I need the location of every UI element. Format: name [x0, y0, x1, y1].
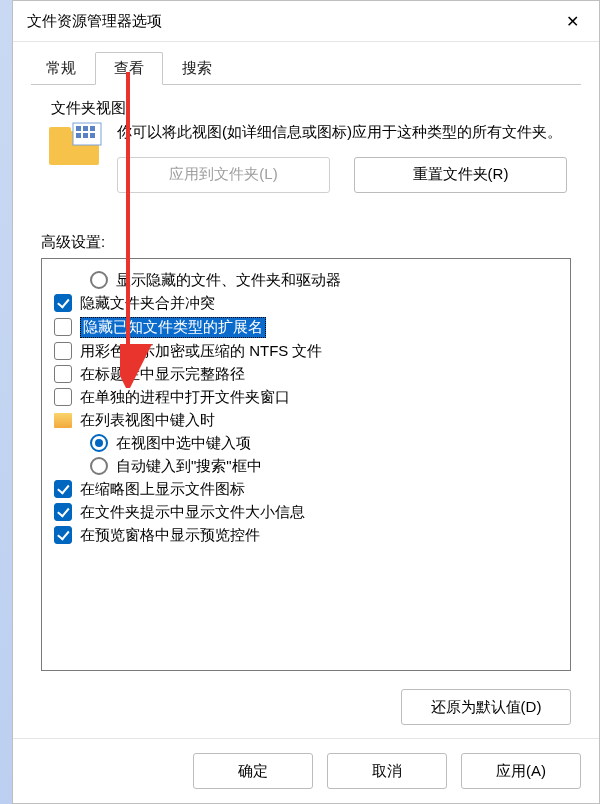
checkbox-icon[interactable]	[54, 342, 72, 360]
setting-label: 用彩色显示加密或压缩的 NTFS 文件	[80, 342, 323, 361]
apply-to-folders-button: 应用到文件夹(L)	[117, 157, 330, 193]
setting-label: 在缩略图上显示文件图标	[80, 480, 245, 499]
setting-item[interactable]: 在标题栏中显示完整路径	[50, 363, 562, 386]
folder-view-icon	[45, 121, 105, 169]
setting-item[interactable]: 在列表视图中键入时	[50, 409, 562, 432]
reset-folders-button[interactable]: 重置文件夹(R)	[354, 157, 567, 193]
setting-item[interactable]: 用彩色显示加密或压缩的 NTFS 文件	[50, 340, 562, 363]
tab-general[interactable]: 常规	[27, 52, 95, 85]
checkbox-icon[interactable]	[54, 503, 72, 521]
setting-label: 隐藏已知文件类型的扩展名	[80, 317, 266, 338]
checkbox-icon[interactable]	[54, 388, 72, 406]
setting-label: 在单独的进程中打开文件夹窗口	[80, 388, 290, 407]
close-icon[interactable]: ✕	[557, 9, 587, 33]
folder-view-group: 文件夹视图 你可以将此视图(如详细信息或图标)应用于这种类型的所有文件夹。 应用…	[41, 109, 571, 197]
setting-label: 在文件夹提示中显示文件大小信息	[80, 503, 305, 522]
advanced-settings-label: 高级设置:	[41, 233, 571, 252]
setting-label: 在列表视图中键入时	[80, 411, 215, 430]
options-dialog: 文件资源管理器选项 ✕ 常规 查看 搜索 文件夹视图 你可以将此视图(如详细信息…	[12, 0, 600, 804]
dialog-footer: 确定 取消 应用(A)	[13, 738, 599, 803]
tab-view[interactable]: 查看	[95, 52, 163, 85]
radio-icon[interactable]	[90, 457, 108, 475]
setting-label: 显示隐藏的文件、文件夹和驱动器	[116, 271, 341, 290]
svg-rect-1	[49, 127, 71, 135]
svg-rect-3	[76, 126, 81, 131]
radio-icon[interactable]	[90, 434, 108, 452]
setting-item[interactable]: 在单独的进程中打开文件夹窗口	[50, 386, 562, 409]
checkbox-icon[interactable]	[54, 526, 72, 544]
svg-rect-4	[83, 126, 88, 131]
setting-item[interactable]: 在文件夹提示中显示文件大小信息	[50, 501, 562, 524]
checkbox-icon[interactable]	[54, 294, 72, 312]
cancel-button[interactable]: 取消	[327, 753, 447, 789]
ok-button[interactable]: 确定	[193, 753, 313, 789]
setting-item[interactable]: 在缩略图上显示文件图标	[50, 478, 562, 501]
setting-item[interactable]: 隐藏文件夹合并冲突	[50, 292, 562, 315]
dialog-title: 文件资源管理器选项	[27, 12, 162, 31]
tab-body-view: 文件夹视图 你可以将此视图(如详细信息或图标)应用于这种类型的所有文件夹。 应用…	[31, 84, 581, 725]
setting-item[interactable]: 自动键入到"搜索"框中	[86, 455, 562, 478]
checkbox-icon[interactable]	[54, 365, 72, 383]
advanced-settings-list[interactable]: 显示隐藏的文件、文件夹和驱动器隐藏文件夹合并冲突隐藏已知文件类型的扩展名用彩色显…	[41, 258, 571, 671]
apply-button[interactable]: 应用(A)	[461, 753, 581, 789]
setting-item[interactable]: 隐藏已知文件类型的扩展名	[50, 315, 562, 340]
checkbox-icon[interactable]	[54, 480, 72, 498]
setting-label: 隐藏文件夹合并冲突	[80, 294, 215, 313]
setting-item[interactable]: 在预览窗格中显示预览控件	[50, 524, 562, 547]
setting-item[interactable]: 在视图中选中键入项	[86, 432, 562, 455]
setting-label: 在视图中选中键入项	[116, 434, 251, 453]
tab-search[interactable]: 搜索	[163, 52, 231, 85]
setting-label: 自动键入到"搜索"框中	[116, 457, 262, 476]
radio-icon[interactable]	[90, 271, 108, 289]
checkbox-icon[interactable]	[54, 318, 72, 336]
folder-icon	[54, 413, 72, 428]
setting-label: 在标题栏中显示完整路径	[80, 365, 245, 384]
folder-view-label: 文件夹视图	[47, 99, 130, 118]
restore-defaults-button[interactable]: 还原为默认值(D)	[401, 689, 571, 725]
setting-label: 在预览窗格中显示预览控件	[80, 526, 260, 545]
svg-rect-8	[90, 133, 95, 138]
folder-view-desc: 你可以将此视图(如详细信息或图标)应用于这种类型的所有文件夹。	[117, 121, 567, 143]
setting-item[interactable]: 显示隐藏的文件、文件夹和驱动器	[86, 269, 562, 292]
svg-rect-5	[90, 126, 95, 131]
svg-rect-6	[76, 133, 81, 138]
tab-strip: 常规 查看 搜索	[13, 52, 599, 85]
titlebar: 文件资源管理器选项 ✕	[13, 1, 599, 42]
svg-rect-7	[83, 133, 88, 138]
